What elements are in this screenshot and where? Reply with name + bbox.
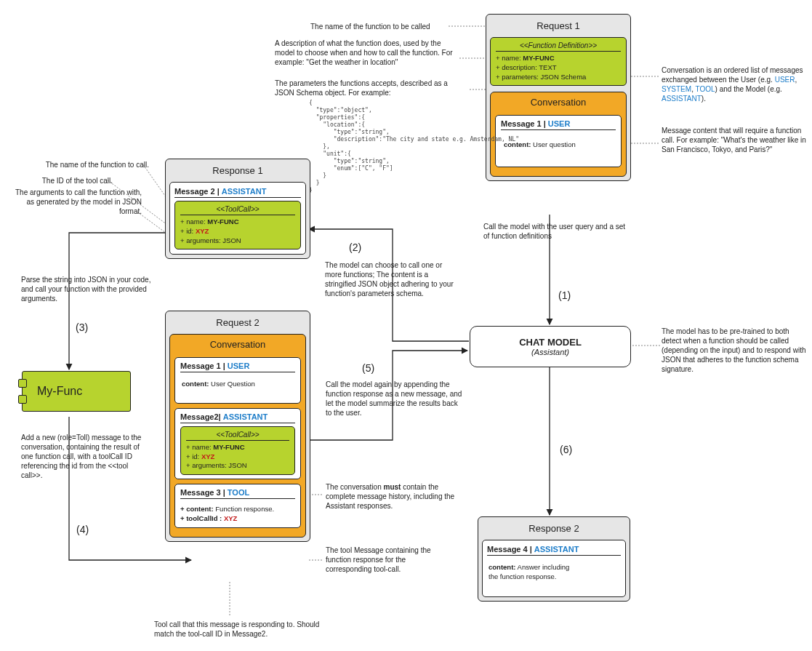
request-2-box: Request 2 Conversation Message 1 | USER …: [165, 311, 310, 542]
note-parse: Parse the string into JSON in your code,…: [21, 275, 152, 303]
msg2-assistant: Message2| ASSISTANT <<ToolCall>> + name:…: [174, 408, 301, 479]
note-step1: Call the model with the user query and a…: [483, 222, 629, 241]
schema-example: { "type":"object", "properties":{ "locat…: [309, 100, 519, 194]
note-step2: The model can choose to call one or more…: [325, 260, 459, 298]
step-5: (5): [362, 362, 374, 374]
my-func-label: My-Func: [37, 385, 82, 397]
step-3: (3): [76, 321, 88, 333]
conversation-title: Conversation: [174, 339, 301, 353]
note-addmsg: Add a new (role=Toll) message to the con…: [21, 433, 145, 480]
response-1-box: Response 1 Message 2 | ASSISTANT <<ToolC…: [165, 159, 310, 259]
note-tc-args: The arguments to call the function with,…: [15, 188, 142, 216]
step-1: (1): [558, 289, 571, 301]
note-foot: Tool call that this message is respondin…: [154, 620, 321, 639]
response-2-box: Response 2 Message 4 | ASSISTANT content…: [478, 516, 630, 602]
note-step5: Call the model again by appending the fu…: [326, 380, 464, 418]
response-1-inner: Message 2 | ASSISTANT <<ToolCall>> + nam…: [169, 182, 306, 255]
chat-model-subtitle: (Assistant): [483, 348, 617, 356]
my-func-box: My-Func: [22, 371, 131, 412]
note-func-desc: A description of what the function does,…: [275, 39, 460, 67]
msg3-tool: Message 3 | TOOL + content: Function res…: [174, 484, 301, 528]
note-tc-id: The ID of the tool call.: [36, 176, 113, 185]
note-toolmsg: The tool Message containing the function…: [326, 546, 453, 574]
response-1-title: Response 1: [169, 163, 306, 182]
request-1-title: Request 1: [490, 18, 627, 37]
response-2-title: Response 2: [482, 521, 626, 540]
toolcall-stereo: <<ToolCall>>: [180, 205, 295, 215]
step-6: (6): [560, 444, 572, 455]
function-definition-block: <<Function Definition>> + name: MY-FUNC …: [490, 37, 627, 86]
note-tc-name: The name of the function to call.: [36, 160, 149, 169]
msg4-assistant: Message 4 | ASSISTANT content: Answer in…: [482, 540, 626, 597]
request-2-conversation: Conversation Message 1 | USER content: U…: [169, 334, 306, 538]
note-pretrain: The model has to be pre-trained to both …: [662, 327, 807, 374]
note-conversation-desc: Conversation is an ordered list of messa…: [662, 65, 803, 103]
note-msg1: Message content that will require a func…: [662, 126, 807, 154]
msg1-user: Message 1 | USER content: User Question: [174, 357, 301, 404]
request-2-title: Request 2: [169, 315, 306, 334]
toolcall-block: <<ToolCall>> + name: MY-FUNC + id: XYZ +…: [180, 426, 295, 475]
funcdef-stereo: <<Function Definition>>: [496, 41, 621, 52]
note-func-params: The parameters the functions accepts, de…: [275, 79, 460, 97]
chat-model-box: CHAT MODEL (Assistant): [470, 326, 631, 367]
note-func-name: The name of the function to be called: [310, 22, 452, 31]
toolcall-block: <<ToolCall>> + name: MY-FUNC + id: XYZ +…: [174, 201, 301, 249]
step-2: (2): [349, 241, 361, 253]
chat-model-title: CHAT MODEL: [483, 337, 617, 348]
note-history: The conversation must contain the comple…: [326, 482, 460, 511]
step-4: (4): [76, 524, 89, 535]
